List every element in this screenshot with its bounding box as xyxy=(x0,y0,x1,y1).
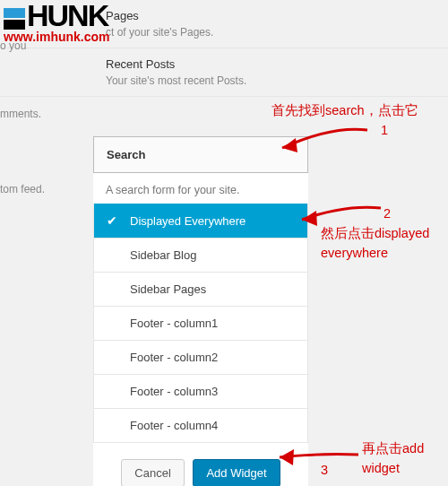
bg-title: Recent Posts xyxy=(106,57,448,71)
area-sidebar-pages[interactable]: Sidebar Pages xyxy=(94,272,307,306)
area-footer-col4[interactable]: Footer - column4 xyxy=(94,408,307,442)
bg-row-recent-posts: Recent Posts Your site's most recent Pos… xyxy=(0,48,448,97)
cut-text: mments. xyxy=(0,108,50,120)
cut-text: tom feed. xyxy=(0,183,50,195)
area-footer-col3[interactable]: Footer - column3 xyxy=(94,374,307,408)
bg-title: Pages xyxy=(106,9,448,22)
logo-mark-icon xyxy=(4,8,25,30)
annotation-2-number: 2 xyxy=(321,204,446,224)
widget-title[interactable]: Search xyxy=(93,136,308,173)
widget-search-panel: Search A search form for your site. Disp… xyxy=(93,136,308,486)
annotation-2-text-l1: 然后点击displayed xyxy=(321,226,429,240)
annotation-3-text-l1: 再点击add xyxy=(362,441,424,456)
widget-actions: Cancel Add Widget xyxy=(93,443,308,486)
logo-text: HUNK xyxy=(27,2,108,30)
bg-desc: ct of your site's Pages. xyxy=(106,26,448,39)
watermark-logo: HUNK www.imhunk.com xyxy=(0,0,114,46)
annotation-3: 再点击add widget xyxy=(362,439,448,479)
annotation-1: 首先找到search，点击它 1 xyxy=(271,101,448,141)
area-footer-col2[interactable]: Footer - column2 xyxy=(94,340,307,374)
bg-desc: Your site's most recent Posts. xyxy=(106,74,448,87)
area-footer-col1[interactable]: Footer - column1 xyxy=(94,306,307,340)
area-sidebar-blog[interactable]: Sidebar Blog xyxy=(94,238,307,272)
logo-url: www.imhunk.com xyxy=(4,30,110,44)
cancel-button[interactable]: Cancel xyxy=(121,459,184,486)
annotation-3-text-l2: widget xyxy=(362,461,400,475)
widget-area-list: Displayed Everywhere Sidebar Blog Sideba… xyxy=(93,204,308,443)
logo-brand: HUNK xyxy=(4,2,110,30)
annotation-2: 2 然后点击displayed everywhere xyxy=(321,204,446,263)
annotation-2-text-l2: everywhere xyxy=(321,246,388,260)
annotation-1-text: 首先找到search，点击它 xyxy=(271,103,418,117)
add-widget-button[interactable]: Add Widget xyxy=(193,459,280,486)
area-displayed-everywhere[interactable]: Displayed Everywhere xyxy=(94,204,307,238)
annotation-3-number: 3 xyxy=(321,461,328,481)
widget-description: A search form for your site. xyxy=(93,173,308,204)
